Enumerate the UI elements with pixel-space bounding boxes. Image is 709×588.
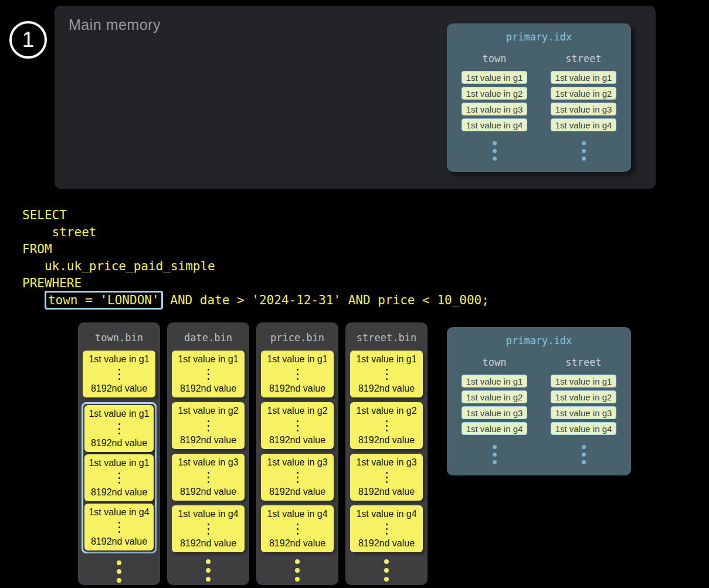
granule-last-value: 8192nd value bbox=[358, 538, 415, 549]
primary-idx-box-memory: primary.idx town 1st value in g1 1st val… bbox=[447, 23, 631, 172]
vertical-ellipsis-icon bbox=[386, 522, 388, 536]
primary-idx-box-disk: primary.idx town 1st value in g1 1st val… bbox=[447, 327, 631, 475]
more-entries-ellipsis-icon bbox=[582, 140, 586, 162]
granule-first-value: 1st value in g3 bbox=[178, 457, 238, 468]
more-granules-ellipsis-icon bbox=[117, 558, 121, 584]
step-number: 1 bbox=[22, 28, 35, 52]
granule-stack: 1st value in g1 8192nd value 1st value i… bbox=[82, 351, 157, 553]
granule-last-value: 8192nd value bbox=[269, 538, 325, 549]
more-granules-ellipsis-icon bbox=[384, 557, 389, 583]
bin-file-price: price.bin 1st value in g1 8192nd value 1… bbox=[256, 322, 338, 585]
bin-file-title: price.bin bbox=[270, 332, 324, 344]
bin-file-title: date.bin bbox=[184, 332, 232, 344]
more-entries-ellipsis-icon bbox=[493, 140, 497, 162]
granule-first-value: 1st value in g4 bbox=[267, 509, 327, 519]
index-entry-chip: 1st value in g2 bbox=[462, 87, 527, 100]
granule-block: 1st value in g3 8192nd value bbox=[350, 454, 423, 501]
index-entry-chip: 1st value in g1 bbox=[551, 71, 616, 84]
vertical-ellipsis-icon bbox=[118, 471, 120, 485]
prewhere-highlight-box: town = 'LONDON' bbox=[45, 291, 163, 310]
granule-last-value: 8192nd value bbox=[180, 383, 236, 394]
granule-block: 1st value in g1 8192nd value bbox=[350, 351, 423, 397]
granule-first-value: 1st value in g1 bbox=[178, 354, 238, 365]
granule-first-value: 1st value in g2 bbox=[178, 406, 238, 416]
column-header-town: town bbox=[483, 53, 507, 64]
diagram-stage: 1 Main memory primary.idx town 1st value… bbox=[0, 0, 709, 588]
granule-block: 1st value in g4 8192nd value bbox=[350, 505, 423, 552]
vertical-ellipsis-icon bbox=[208, 367, 209, 381]
index-entry-chip: 1st value in g4 bbox=[462, 422, 527, 435]
granule-last-value: 8192nd value bbox=[180, 487, 236, 497]
granule-last-value: 8192nd value bbox=[180, 435, 236, 446]
granule-last-value: 8192nd value bbox=[269, 487, 325, 497]
granule-first-value: 1st value in g4 bbox=[89, 507, 149, 518]
more-granules-ellipsis-icon bbox=[206, 557, 211, 583]
vertical-ellipsis-icon bbox=[208, 522, 209, 536]
vertical-ellipsis-icon bbox=[297, 522, 298, 536]
index-entry-chip: 1st value in g1 bbox=[551, 375, 616, 388]
index-entry-chip: 1st value in g3 bbox=[462, 103, 527, 115]
index-entry-chip: 1st value in g3 bbox=[462, 406, 527, 419]
vertical-ellipsis-icon bbox=[118, 520, 120, 534]
vertical-ellipsis-icon bbox=[208, 470, 209, 484]
granule-last-value: 8192nd value bbox=[91, 487, 147, 498]
primary-idx-columns: town 1st value in g1 1st value in g2 1st… bbox=[447, 356, 631, 466]
granule-block: 1st value in g1 8192nd value bbox=[172, 351, 245, 397]
granule-last-value: 8192nd value bbox=[269, 435, 325, 446]
more-entries-ellipsis-icon bbox=[493, 443, 497, 466]
bin-file-street: street.bin 1st value in g1 8192nd value … bbox=[345, 322, 428, 585]
vertical-ellipsis-icon bbox=[118, 422, 120, 436]
granule-first-value: 1st value in g4 bbox=[178, 509, 238, 519]
vertical-ellipsis-icon bbox=[386, 419, 388, 433]
vertical-ellipsis-icon bbox=[297, 470, 298, 484]
sql-query: SELECT street FROM uk.uk_price_paid_simp… bbox=[22, 207, 489, 309]
granule-last-value: 8192nd value bbox=[91, 536, 147, 547]
granule-block: 1st value in g4 8192nd value bbox=[172, 505, 245, 552]
index-entry-chip: 1st value in g1 bbox=[462, 71, 527, 84]
more-entries-ellipsis-icon bbox=[582, 443, 586, 466]
vertical-ellipsis-icon bbox=[297, 367, 298, 381]
granule-last-value: 8192nd value bbox=[358, 435, 415, 446]
index-entry-chip: 1st value in g4 bbox=[462, 118, 527, 131]
granule-first-value: 1st value in g1 bbox=[89, 458, 149, 468]
column-header-street: street bbox=[565, 356, 601, 368]
more-granules-ellipsis-icon bbox=[295, 557, 300, 583]
granule-first-value: 1st value in g1 bbox=[89, 409, 149, 419]
bin-files-row: town.bin 1st value in g1 8192nd value 1s… bbox=[78, 322, 428, 585]
granule-stack: 1st value in g1 8192nd value 1st value i… bbox=[261, 351, 334, 552]
granule-block: 1st value in g2 8192nd value bbox=[261, 402, 334, 449]
column-header-street: street bbox=[565, 53, 601, 64]
sql-prewhere-rest: AND date > '2024-12-31' AND price < 10_0… bbox=[163, 293, 489, 307]
sql-select-keyword: SELECT bbox=[22, 207, 489, 224]
vertical-ellipsis-icon bbox=[118, 367, 120, 381]
sql-prewhere-clause: town = 'LONDON' AND date > '2024-12-31' … bbox=[22, 292, 489, 309]
index-entry-chip: 1st value in g2 bbox=[551, 87, 616, 100]
granule-first-value: 1st value in g1 bbox=[267, 354, 327, 365]
vertical-ellipsis-icon bbox=[386, 470, 388, 484]
granule-last-value: 8192nd value bbox=[91, 438, 147, 448]
bin-file-title: street.bin bbox=[357, 332, 416, 344]
granule-block: 1st value in g3 8192nd value bbox=[261, 454, 334, 501]
sql-select-column: street bbox=[22, 224, 489, 241]
granule-first-value: 1st value in g3 bbox=[267, 457, 327, 468]
granule-last-value: 8192nd value bbox=[180, 538, 236, 549]
step-number-badge: 1 bbox=[9, 21, 47, 59]
index-entry-chip: 1st value in g3 bbox=[551, 103, 616, 115]
granule-block: 1st value in g2 8192nd value bbox=[350, 402, 423, 449]
granule-stack: 1st value in g1 8192nd value 1st value i… bbox=[172, 351, 245, 552]
granule-last-value: 8192nd value bbox=[269, 383, 325, 394]
granule-block: 1st value in g1 8192nd value bbox=[83, 351, 155, 397]
primary-idx-column-town: town 1st value in g1 1st value in g2 1st… bbox=[462, 53, 527, 162]
index-entry-chip: 1st value in g4 bbox=[551, 422, 616, 435]
granule-first-value: 1st value in g4 bbox=[356, 509, 416, 519]
granule-last-value: 8192nd value bbox=[358, 383, 415, 394]
granule-first-value: 1st value in g2 bbox=[267, 406, 327, 416]
vertical-ellipsis-icon bbox=[386, 367, 388, 381]
selected-granules-highlight: 1st value in g1 8192nd value 1st value i… bbox=[82, 402, 157, 553]
sql-from-keyword: FROM bbox=[22, 241, 489, 258]
vertical-ellipsis-icon bbox=[208, 419, 209, 433]
granule-first-value: 1st value in g2 bbox=[356, 406, 416, 416]
primary-idx-columns: town 1st value in g1 1st value in g2 1st… bbox=[447, 53, 631, 162]
index-entry-chip: 1st value in g2 bbox=[551, 390, 616, 403]
primary-idx-column-street: street 1st value in g1 1st value in g2 1… bbox=[551, 356, 616, 466]
